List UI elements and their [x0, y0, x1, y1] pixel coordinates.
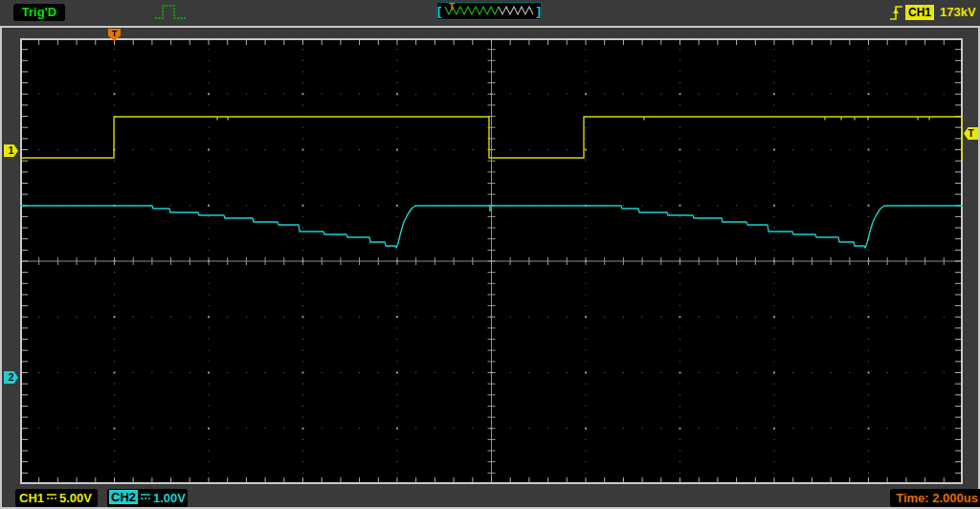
- trigger-status-label: Trig'D: [22, 5, 56, 19]
- rising-edge-trigger-icon: [888, 3, 905, 23]
- display-panel: T 1 2 T CH15.00V CH21.00V Time: 2.000us: [0, 26, 980, 509]
- ch2-scale-readout[interactable]: CH21.00V: [107, 489, 188, 507]
- trigger-status: Trig'D: [13, 4, 65, 21]
- trigger-level-readout: 173kV: [940, 5, 976, 20]
- dc-coupling-icon: [140, 493, 151, 501]
- preview-trigger-marker[interactable]: T: [449, 2, 455, 12]
- ch1-scale-value: 5.00V: [59, 491, 92, 505]
- channel1-ground-marker[interactable]: 1: [4, 144, 18, 157]
- ch1-label: CH1: [19, 491, 44, 505]
- horizontal-position-preview[interactable]: T [ ]: [436, 2, 542, 20]
- ch1-scale-readout[interactable]: CH15.00V: [15, 489, 98, 507]
- channel2-ground-marker[interactable]: 2: [4, 371, 18, 384]
- pulse-waveform-icon: [153, 3, 189, 22]
- trigger-source-badge: CH1: [905, 5, 934, 20]
- preview-right-bracket[interactable]: ]: [537, 4, 541, 19]
- timebase-readout[interactable]: Time: 2.000us: [890, 489, 980, 507]
- oscilloscope-app: Trig'D T [ ] CH1 173kV T 1 2 T CH15.00V …: [0, 0, 980, 509]
- dc-coupling-icon: [46, 493, 57, 501]
- preview-left-bracket[interactable]: [: [437, 4, 441, 19]
- waveform-graticule: [20, 38, 963, 484]
- trigger-level-marker[interactable]: T: [964, 127, 978, 140]
- ch2-label: CH2: [109, 490, 138, 504]
- ch2-scale-value: 1.00V: [153, 491, 186, 505]
- status-bar: Trig'D T [ ] CH1 173kV: [0, 0, 980, 26]
